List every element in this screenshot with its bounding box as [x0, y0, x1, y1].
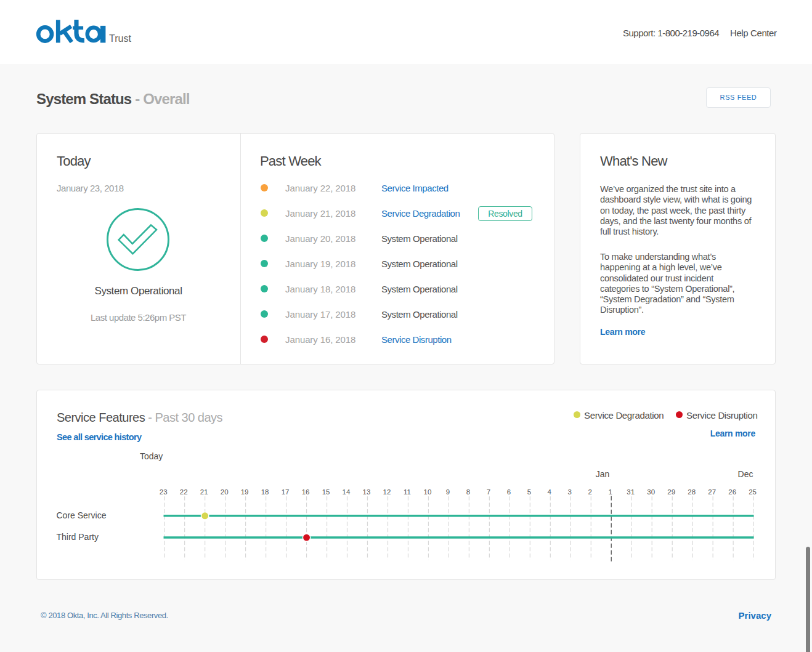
svg-text:31: 31	[627, 488, 635, 496]
svg-text:Core Service: Core Service	[57, 510, 107, 520]
svg-text:Third Party: Third Party	[57, 532, 99, 542]
svg-text:11: 11	[404, 488, 411, 496]
svg-text:5: 5	[527, 488, 531, 496]
svg-text:17: 17	[282, 488, 290, 496]
svg-text:19: 19	[241, 488, 249, 496]
svg-text:7: 7	[487, 488, 490, 496]
svg-text:15: 15	[322, 488, 330, 496]
svg-text:27: 27	[708, 488, 716, 496]
svg-text:25: 25	[749, 488, 757, 496]
svg-text:22: 22	[180, 488, 188, 496]
svg-text:13: 13	[363, 488, 371, 496]
svg-text:23: 23	[160, 488, 168, 496]
svg-text:6: 6	[507, 488, 511, 496]
svg-text:20: 20	[221, 488, 229, 496]
svg-text:2: 2	[588, 488, 592, 496]
svg-text:29: 29	[667, 488, 675, 496]
svg-text:30: 30	[647, 488, 655, 496]
svg-text:18: 18	[261, 488, 269, 496]
svg-text:16: 16	[302, 488, 310, 496]
svg-text:21: 21	[200, 488, 208, 496]
svg-text:9: 9	[446, 488, 450, 496]
svg-text:14: 14	[343, 488, 351, 496]
svg-text:3: 3	[568, 488, 572, 496]
svg-text:4: 4	[548, 488, 552, 496]
svg-text:26: 26	[728, 488, 736, 496]
svg-text:Dec: Dec	[738, 469, 753, 479]
svg-text:Today: Today	[140, 451, 163, 461]
svg-text:10: 10	[424, 488, 432, 496]
svg-text:Jan: Jan	[596, 469, 610, 479]
svg-text:28: 28	[688, 488, 696, 496]
svg-text:1: 1	[609, 488, 612, 496]
svg-text:12: 12	[383, 488, 391, 496]
svg-text:8: 8	[466, 488, 470, 496]
